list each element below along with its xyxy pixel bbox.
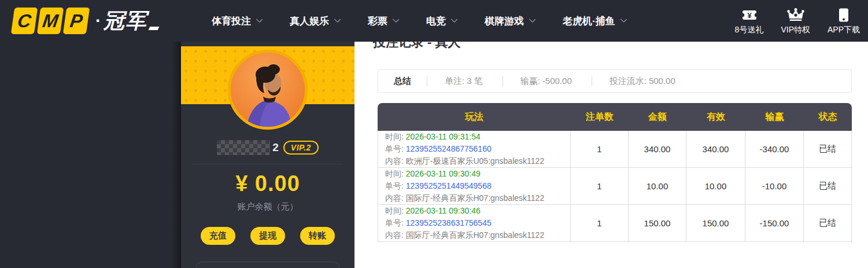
bet-time: 2026-03-11 09:30:49 [406,169,481,178]
svg-text:¥: ¥ [747,10,752,19]
quick-links: ¥ 8号送礼 VIP特权 [735,7,860,35]
nav-menu-item[interactable]: 电竞 [426,14,457,28]
quick-link-label: VIP特权 [781,25,810,35]
amount-cell: 10.00 [629,168,686,205]
app-download-quick-link[interactable]: APP下载 [828,7,860,35]
user-row: 2 VIP.2 [181,140,354,155]
status-cell: 已结 [804,168,852,205]
col-header-bet-count: 注单数 [571,103,629,131]
table-header: 玩法 注单数 金额 有效 输赢 状态 [378,103,852,131]
bet-records-table: 玩法 注单数 金额 有效 输赢 状态 时间: 2026-03-11 09:31:… [378,103,852,242]
bet-count-cell: 1 [571,205,629,242]
nav-menu-item[interactable]: 棋牌游戏 [485,14,535,28]
bet-count-cell: 1 [571,131,629,168]
win-loss-cell: -150.00 [745,205,804,242]
content-label: 内容: [385,230,404,240]
play-cell: 时间: 2026-03-11 09:31:54 单号: 123952552486… [378,131,571,168]
order-number-link[interactable]: 1239525524867756160 [406,144,492,153]
amount-cell: 150.00 [629,205,686,242]
username-visible-char: 2 [272,141,279,154]
summary-item: 输赢:-500.00 [503,76,592,87]
summary-tab[interactable]: 总结 [378,76,427,87]
avatar[interactable] [228,50,308,130]
nav-menu-item[interactable]: 老虎机·捕鱼 [563,14,626,28]
wallet-action-button[interactable]: 充值 [201,227,235,245]
table-row: 时间: 2026-03-11 09:31:54 单号: 123952552486… [378,131,852,168]
table-body: 时间: 2026-03-11 09:31:54 单号: 123952552486… [378,131,852,242]
col-header-amount: 金额 [629,103,686,131]
table-row: 时间: 2026-03-11 09:30:46 单号: 123952523863… [378,205,852,242]
quick-link-label: APP下载 [828,25,860,35]
valid-cell: 340.00 [686,131,745,168]
time-label: 时间: [385,169,404,178]
table-row: 时间: 2026-03-11 09:30:49 单号: 123952525144… [378,168,852,205]
summary-item-label: 输赢: [520,76,540,86]
wallet-actions: 充值 提现 转账 [181,227,354,245]
summary-item-value: 3 笔 [467,76,483,86]
chevron-down-icon [256,16,263,23]
logo-letter-tile: P [63,8,90,34]
time-label: 时间: [385,132,404,141]
bet-time: 2026-03-11 09:30:46 [406,206,481,215]
chevron-down-icon [620,16,627,23]
summary-item-value: 500.00 [649,76,675,86]
logo-brand-text: 冠军 [104,7,147,35]
win-loss-cell: -340.00 [745,131,804,168]
valid-cell: 10.00 [686,168,745,205]
content-label: 内容: [385,193,404,203]
bet-count-cell: 1 [571,168,629,205]
user-sidebar: 2 VIP.2 ¥ 0.00 账户余额（元） 充值 提现 转账 [181,42,354,268]
main-menu: 体育投注 真人娱乐 彩票 电竞 棋牌游戏 [212,14,626,28]
summary-bar: 总结 单注:3 笔 输赢:-500.00 投注流水:500.00 [378,69,852,93]
sidebar-divider [193,164,343,164]
logo-letter-tile: M [37,8,64,34]
summary-item-label: 单注: [445,76,464,86]
nav-menu-item[interactable]: 真人娱乐 [290,14,340,28]
col-header-status: 状态 [804,103,852,131]
account-balance: ¥ 0.00 [181,171,354,196]
logo-dash-decoration [149,27,160,30]
content-label: 内容: [385,156,404,166]
col-header-play: 玩法 [378,103,571,131]
wallet-action-button[interactable]: 转账 [300,227,335,245]
col-header-win-loss: 输赢 [745,103,804,131]
summary-items: 单注:3 笔 输赢:-500.00 投注流水:500.00 [427,76,695,87]
crown-icon [787,7,804,23]
summary-item-value: -500.00 [542,76,572,86]
chevron-down-icon [450,16,457,23]
nav-menu-item[interactable]: 体育投注 [212,14,262,28]
gift-quick-link[interactable]: ¥ 8号送礼 [735,7,764,35]
play-cell: 时间: 2026-03-11 09:30:46 单号: 123952523863… [378,205,571,242]
order-number-link[interactable]: 1239525238631756545 [406,218,492,227]
wallet-action-button[interactable]: 提现 [250,227,285,245]
summary-item: 投注流水:500.00 [592,76,695,87]
nav-menu-item[interactable]: 彩票 [368,14,398,28]
play-cell: 时间: 2026-03-11 09:30:49 单号: 123952525144… [378,168,571,205]
order-label: 单号: [385,181,404,190]
gift-ticket-icon: ¥ [741,7,758,23]
bet-content: 国际厅-经典百家乐H07:gnsbalesk1122 [406,230,544,240]
summary-item-label: 投注流水: [610,76,647,86]
summary-item: 单注:3 笔 [427,76,503,87]
logo-dot: · [95,11,101,31]
username-censored [217,140,270,155]
order-number-link[interactable]: 1239525251449549568 [406,181,492,190]
status-cell: 已结 [804,131,852,168]
amount-cell: 340.00 [629,131,686,168]
chevron-down-icon [529,16,535,23]
win-loss-cell: -10.00 [745,168,804,205]
top-navbar: C M P · 冠军 体育投注 真人娱乐 彩票 电竞 [0,0,868,42]
valid-cell: 150.00 [686,205,745,242]
status-cell: 已结 [804,205,852,242]
quick-link-label: 8号送礼 [735,25,764,35]
chevron-down-icon [334,16,341,23]
bet-time: 2026-03-11 09:31:54 [406,132,481,141]
logo-letter-tile: C [11,8,38,34]
bet-content: 欧洲厅-极速百家乐U05:gnsbalesk1122 [406,156,544,166]
vip-level-badge: VIP.2 [283,141,319,155]
order-label: 单号: [385,144,404,153]
brand-logo[interactable]: C M P · 冠军 [13,7,158,35]
balance-label: 账户余额（元） [181,201,354,212]
col-header-valid: 有效 [686,103,745,131]
vip-quick-link[interactable]: VIP特权 [781,7,810,35]
